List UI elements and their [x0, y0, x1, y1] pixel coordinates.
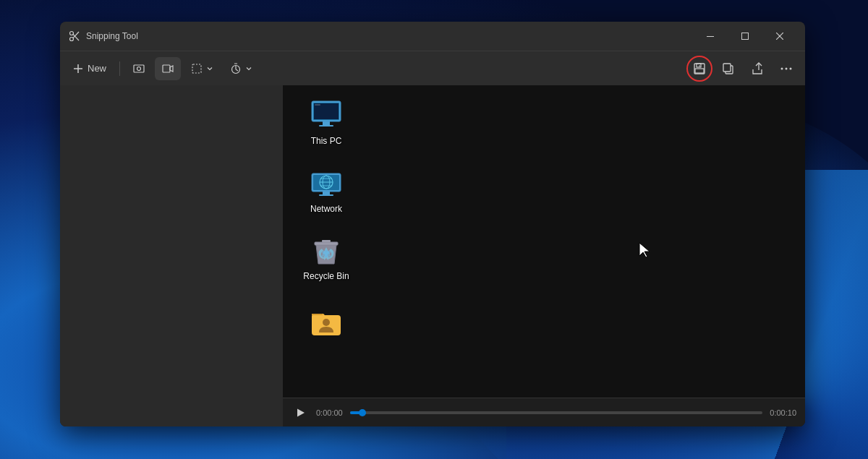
svg-rect-4: [707, 36, 714, 37]
left-sidebar: [60, 85, 283, 426]
svg-rect-10: [134, 65, 144, 72]
video-controls: 0:00:00 0:00:10: [283, 398, 805, 426]
svg-point-11: [137, 67, 141, 70]
svg-rect-33: [315, 104, 320, 106]
svg-rect-31: [323, 121, 330, 125]
network-label: Network: [310, 204, 342, 215]
network-icon-item[interactable]: Network: [297, 160, 355, 221]
maximize-button[interactable]: [728, 25, 762, 47]
user-folder-icon-item[interactable]: [297, 299, 355, 348]
recycle-bin-icon: [309, 233, 344, 268]
svg-rect-20: [695, 69, 704, 73]
this-pc-icon: [309, 98, 344, 133]
window-title: Snipping Tool: [86, 31, 694, 41]
svg-rect-41: [323, 192, 330, 194]
share-button[interactable]: [744, 56, 770, 82]
svg-rect-32: [319, 125, 333, 126]
desktop-icons-area: This PC: [283, 85, 805, 398]
svg-rect-19: [697, 64, 701, 67]
close-button[interactable]: [763, 25, 796, 47]
svg-rect-30: [314, 103, 339, 119]
shape-mode-button[interactable]: [184, 57, 220, 80]
screenshot-mode-button[interactable]: [126, 57, 152, 80]
save-button[interactable]: [686, 56, 712, 82]
content-area: This PC: [60, 85, 805, 426]
svg-line-16: [236, 69, 238, 71]
window-controls: [694, 25, 796, 47]
svg-rect-13: [192, 64, 201, 73]
recycle-bin-label: Recycle Bin: [303, 271, 349, 283]
mouse-cursor: [638, 241, 652, 259]
title-bar: Snipping Tool: [60, 22, 805, 51]
more-options-button[interactable]: [773, 56, 799, 82]
this-pc-icon-item[interactable]: This PC: [297, 93, 355, 153]
end-time: 0:00:10: [770, 408, 796, 417]
screenshot-content: This PC: [283, 85, 805, 398]
this-pc-label: This PC: [311, 136, 342, 147]
svg-rect-12: [163, 65, 170, 72]
svg-rect-23: [723, 64, 731, 72]
current-time: 0:00:00: [316, 408, 343, 417]
progress-thumb: [359, 409, 366, 416]
progress-bar[interactable]: [350, 411, 763, 414]
play-button[interactable]: [292, 404, 309, 421]
svg-rect-42: [319, 194, 333, 196]
app-icon: [69, 30, 80, 42]
minimize-button[interactable]: [694, 25, 727, 47]
svg-point-45: [323, 319, 330, 326]
main-area: This PC: [283, 85, 805, 426]
svg-rect-43: [315, 242, 338, 245]
svg-point-25: [781, 67, 783, 69]
toolbar-right: [686, 56, 799, 82]
snipping-tool-window: Snipping Tool New: [60, 22, 805, 426]
copy-button[interactable]: [715, 56, 741, 82]
svg-point-27: [790, 67, 792, 69]
timer-button[interactable]: [223, 57, 259, 80]
toolbar-sep-1: [119, 61, 120, 76]
svg-rect-5: [742, 33, 749, 40]
recycle-bin-icon-item[interactable]: Recycle Bin: [297, 228, 355, 288]
network-icon: [309, 166, 344, 201]
svg-rect-44: [322, 240, 331, 242]
new-button-label: New: [88, 63, 106, 74]
svg-point-26: [786, 67, 788, 69]
video-mode-button[interactable]: [155, 57, 181, 80]
toolbar: New: [60, 51, 805, 85]
user-folder-icon: [309, 305, 344, 340]
new-button[interactable]: New: [66, 57, 114, 80]
